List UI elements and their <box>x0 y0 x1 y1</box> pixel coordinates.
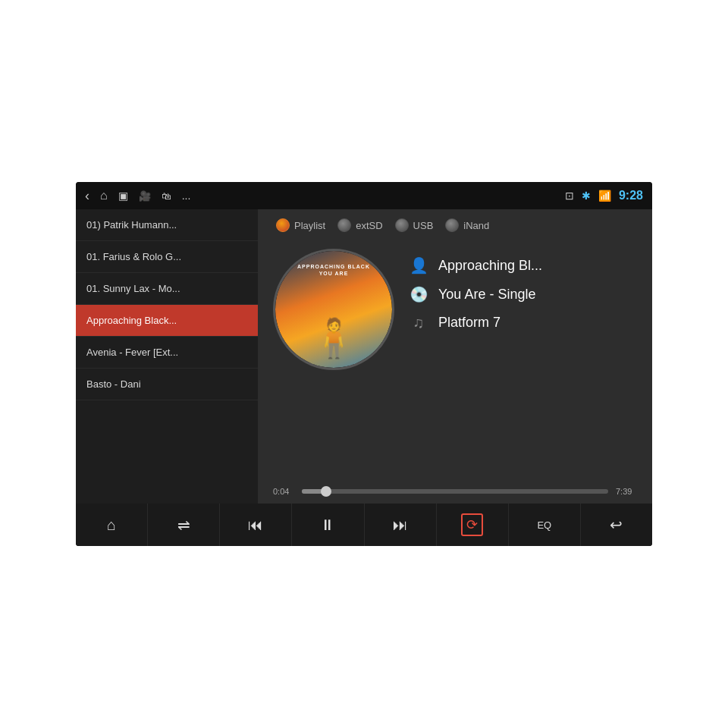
recents-nav-button[interactable]: ▣ <box>118 190 128 202</box>
usb-dot <box>395 218 409 232</box>
inand-dot <box>445 218 459 232</box>
album-icon: 💿 <box>410 285 428 303</box>
source-tab-playlist[interactable]: Playlist <box>273 217 328 234</box>
playlist-item-1[interactable]: 01) Patrik Humann... <box>76 209 258 241</box>
wifi-icon: 📶 <box>598 190 611 202</box>
album-name: You Are - Single <box>438 287 535 303</box>
bag-icon[interactable]: 🛍 <box>162 190 171 202</box>
back-button[interactable]: ↩ <box>581 504 652 546</box>
music-icon: ♫ <box>410 314 428 331</box>
current-time: 0:04 <box>273 487 294 496</box>
album-art-silhouette: 🧍 <box>310 316 357 360</box>
prev-button[interactable]: ⏮ <box>220 504 292 546</box>
playlist-label: Playlist <box>294 220 325 231</box>
artist-icon: 👤 <box>410 256 428 275</box>
progress-container: 0:04 7:39 <box>258 487 652 504</box>
extsd-dot <box>337 218 351 232</box>
artist-name: Approaching Bl... <box>438 258 542 274</box>
playlist-item-6[interactable]: Basto - Dani <box>76 369 258 400</box>
clock: 9:28 <box>619 189 643 202</box>
next-button[interactable]: ⏭ <box>365 504 437 546</box>
status-indicators: ⊡ ✱ 📶 9:28 <box>565 189 643 202</box>
playlist-item-4-active[interactable]: Approaching Black... <box>76 305 258 337</box>
main-content: 01) Patrik Humann... 01. Farius & Rolo G… <box>76 209 652 504</box>
source-tabs: Playlist extSD USB iNand <box>258 209 652 241</box>
artist-row: 👤 Approaching Bl... <box>410 256 637 275</box>
platform-name: Platform 7 <box>438 315 500 331</box>
playlist-item-2[interactable]: 01. Farius & Rolo G... <box>76 241 258 273</box>
next-icon: ⏭ <box>393 516 408 534</box>
eq-label: EQ <box>537 519 551 531</box>
playlist-dot <box>276 218 290 232</box>
playlist-item-3[interactable]: 01. Sunny Lax - Mo... <box>76 273 258 305</box>
bluetooth-icon: ✱ <box>582 190 591 202</box>
nav-controls: ‹ ⌂ ▣ 🎥 🛍 ... <box>85 188 190 204</box>
extsd-label: extSD <box>356 220 382 231</box>
device-frame: ‹ ⌂ ▣ 🎥 🛍 ... ⊡ ✱ 📶 9:28 01) Patrik Huma… <box>76 182 652 546</box>
pause-icon: ⏸ <box>320 516 335 534</box>
eq-button[interactable]: EQ <box>509 504 581 546</box>
camera-icon[interactable]: 🎥 <box>139 190 151 202</box>
album-row: 💿 You Are - Single <box>410 285 637 303</box>
home-icon: ⌂ <box>107 516 116 534</box>
home-button[interactable]: ⌂ <box>76 504 148 546</box>
track-info: 👤 Approaching Bl... 💿 You Are - Single ♫… <box>410 249 637 331</box>
prev-icon: ⏮ <box>248 516 263 534</box>
total-time: 7:39 <box>616 487 637 496</box>
platform-row: ♫ Platform 7 <box>410 314 637 331</box>
back-nav-button[interactable]: ‹ <box>85 188 89 204</box>
inand-label: iNand <box>463 220 489 231</box>
source-tab-inand[interactable]: iNand <box>442 217 492 234</box>
source-tab-usb[interactable]: USB <box>392 217 437 234</box>
player-info: APPROACHING BLACK YOU ARE 🧍 👤 Approachin… <box>258 241 652 487</box>
usb-label: USB <box>413 220 434 231</box>
player-panel: Playlist extSD USB iNand <box>258 209 652 504</box>
cast-icon: ⊡ <box>565 190 574 202</box>
shuffle-button[interactable]: ⇌ <box>148 504 220 546</box>
album-art-background: APPROACHING BLACK YOU ARE 🧍 <box>275 251 392 368</box>
home-nav-button[interactable]: ⌂ <box>100 189 108 202</box>
repeat-icon: ⟳ <box>461 513 483 536</box>
controls-bar: ⌂ ⇌ ⏮ ⏸ ⏭ ⟳ EQ ↩ <box>76 504 652 546</box>
album-art-title: APPROACHING BLACK YOU ARE <box>275 263 392 277</box>
progress-bar[interactable] <box>302 489 608 494</box>
status-bar: ‹ ⌂ ▣ 🎥 🛍 ... ⊡ ✱ 📶 9:28 <box>76 182 652 209</box>
progress-thumb[interactable] <box>321 486 331 497</box>
back-icon: ↩ <box>610 516 623 534</box>
source-tab-extsd[interactable]: extSD <box>334 217 385 234</box>
repeat-button[interactable]: ⟳ <box>437 504 509 546</box>
more-options-button[interactable]: ... <box>182 190 191 202</box>
shuffle-icon: ⇌ <box>177 516 190 534</box>
album-art-inner: APPROACHING BLACK YOU ARE 🧍 <box>275 251 392 368</box>
pause-button[interactable]: ⏸ <box>292 504 364 546</box>
playlist-panel: 01) Patrik Humann... 01. Farius & Rolo G… <box>76 209 258 504</box>
playlist-item-5[interactable]: Avenia - Fever [Ext... <box>76 337 258 369</box>
album-art: APPROACHING BLACK YOU ARE 🧍 <box>273 249 394 370</box>
